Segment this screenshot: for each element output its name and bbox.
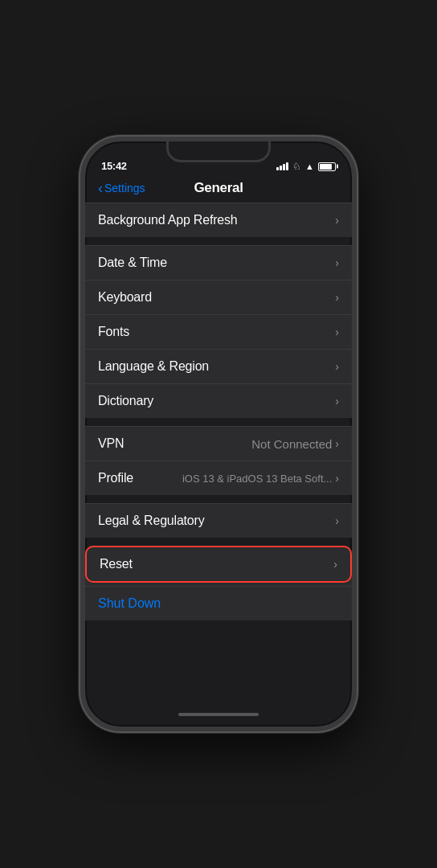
back-button[interactable]: ‹ Settings (98, 181, 145, 195)
chevron-icon: › (335, 256, 339, 269)
chevron-icon: › (335, 437, 339, 450)
section-background: Background App Refresh › (85, 203, 352, 237)
date-time-row[interactable]: Date & Time › (85, 245, 352, 280)
chevron-icon: › (335, 514, 339, 527)
chevron-icon: › (335, 360, 339, 373)
chevron-icon: › (335, 291, 339, 304)
section-reset: Reset › Shut Down (85, 546, 352, 620)
profile-value: iOS 13 & iPadOS 13 Beta Soft... (182, 473, 332, 485)
background-app-refresh-label: Background App Refresh (98, 213, 238, 227)
keyboard-label: Keyboard (98, 290, 152, 305)
wifi-icon: ♘ (292, 161, 301, 172)
keyboard-row[interactable]: Keyboard › (85, 280, 352, 315)
profile-label: Profile (98, 471, 133, 485)
page-title: General (194, 180, 243, 196)
section-legal: Legal & Regulatory › (85, 503, 352, 538)
wifi-symbol: ▲ (305, 162, 314, 171)
fonts-row[interactable]: Fonts › (85, 315, 352, 350)
battery-icon (318, 162, 336, 171)
profile-row[interactable]: Profile iOS 13 & iPadOS 13 Beta Soft... … (85, 461, 352, 495)
vpn-row[interactable]: VPN Not Connected › (85, 426, 352, 461)
back-chevron-icon: ‹ (98, 181, 103, 195)
status-icons: ♘ ▲ (276, 161, 336, 172)
vpn-value: Not Connected (251, 437, 332, 451)
phone-frame: 15:42 ♘ ▲ ‹ Settings General Back (80, 137, 357, 731)
home-indicator (85, 702, 352, 727)
date-time-label: Date & Time (98, 256, 167, 270)
chevron-icon: › (335, 214, 339, 227)
legal-regulatory-row[interactable]: Legal & Regulatory › (85, 503, 352, 538)
home-bar (178, 713, 259, 716)
section-date-language: Date & Time › Keyboard › Fonts › Languag… (85, 245, 352, 418)
status-time: 15:42 (101, 160, 127, 172)
reset-row[interactable]: Reset › (85, 546, 352, 583)
legal-regulatory-label: Legal & Regulatory (98, 514, 205, 528)
chevron-icon: › (333, 558, 337, 571)
language-region-row[interactable]: Language & Region › (85, 350, 352, 384)
shutdown-label: Shut Down (98, 596, 161, 611)
reset-label: Reset (100, 557, 133, 571)
background-app-refresh-row[interactable]: Background App Refresh › (85, 203, 352, 237)
vpn-label: VPN (98, 436, 124, 451)
dictionary-row[interactable]: Dictionary › (85, 384, 352, 418)
notch (166, 141, 271, 162)
chevron-icon: › (335, 326, 339, 338)
chevron-icon: › (335, 395, 339, 407)
content-area: Background App Refresh › Date & Time › K… (85, 203, 352, 702)
shutdown-row[interactable]: Shut Down (85, 586, 352, 620)
section-vpn: VPN Not Connected › Profile iOS 13 & iPa… (85, 426, 352, 495)
nav-bar: ‹ Settings General (85, 177, 352, 203)
chevron-icon: › (335, 472, 339, 485)
fonts-label: Fonts (98, 325, 129, 339)
signal-icon (276, 162, 288, 170)
language-region-label: Language & Region (98, 359, 209, 374)
back-label: Settings (104, 182, 145, 194)
dictionary-label: Dictionary (98, 394, 153, 408)
